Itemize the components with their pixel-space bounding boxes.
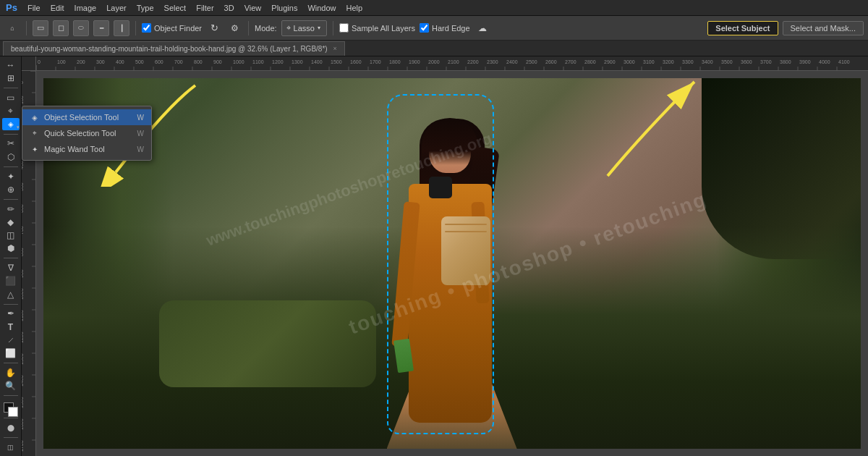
svg-text:1400: 1400	[22, 375, 24, 387]
menu-edit[interactable]: Edit	[46, 2, 69, 14]
mode-dropdown[interactable]: ⌖ Lasso ▾	[281, 20, 327, 36]
quick-mask-toggle[interactable]: ⬤	[2, 422, 20, 434]
svg-text:400: 400	[22, 161, 24, 169]
settings-btn[interactable]: ⚙	[226, 20, 242, 36]
object-finder-input[interactable]	[142, 23, 151, 33]
separator3	[248, 21, 249, 35]
rounded-marquee-btn[interactable]: ◻	[53, 20, 69, 36]
artboard-tool[interactable]: ⊞	[2, 72, 20, 84]
clone-tool[interactable]: ◆	[2, 216, 20, 228]
magic-wand-icon: ✦	[30, 144, 40, 154]
foreground-color[interactable]	[2, 401, 20, 413]
mode-value: Lasso	[294, 24, 315, 33]
menu-help[interactable]: Help	[342, 2, 367, 14]
object-selection-tool[interactable]: ◈ ▾	[2, 118, 20, 130]
canvas-area[interactable]: touching • photoshop • retouching www.to…	[36, 71, 868, 456]
path-tool[interactable]: ⟋	[2, 334, 20, 346]
menu-3d[interactable]: 3D	[220, 2, 239, 14]
svg-text:4100: 4100	[838, 59, 850, 64]
hard-edge-checkbox[interactable]: Hard Edge	[420, 23, 470, 33]
crop-tool[interactable]: ✂	[2, 138, 20, 149]
marquee-tool[interactable]: ▭	[2, 92, 20, 104]
svg-text:600: 600	[22, 204, 24, 213]
svg-text:800: 800	[22, 248, 24, 256]
rectangular-marquee-btn[interactable]: ▭	[33, 20, 48, 36]
workspace: ↔ ⊞ ▭ ⌖ ◈ ▾ ✂ ⬡ ✦ ⊕ ✏ ◆ ◫ ⬢ ∇ ⬛ △ ✒ T ⟋ …	[0, 56, 868, 456]
ruler-horizontal: 0 100 200 300 400 500 600 700 80	[36, 56, 868, 71]
refresh-btn[interactable]: ↻	[206, 20, 222, 36]
svg-text:1200: 1200	[22, 332, 24, 343]
blur-tool[interactable]: ⬛	[2, 275, 20, 287]
svg-text:3700: 3700	[760, 59, 772, 64]
frame-tool[interactable]: ⬡	[2, 151, 20, 163]
hand-tool[interactable]: ✋	[2, 367, 20, 379]
healing-tool[interactable]: ⊕	[2, 184, 20, 195]
cloud-btn[interactable]: ☁	[475, 20, 490, 36]
menu-type[interactable]: Type	[132, 2, 158, 14]
zoom-tool[interactable]: 🔍	[2, 380, 20, 392]
object-finder-checkbox[interactable]: Object Finder	[142, 23, 202, 33]
svg-text:1300: 1300	[292, 59, 303, 64]
screen-mode-btn[interactable]: ◫	[2, 442, 20, 453]
menu-window[interactable]: Window	[303, 2, 340, 14]
select-mask-button[interactable]: Select and Mask...	[783, 21, 864, 35]
elliptical-marquee-btn[interactable]: ⬭	[73, 20, 89, 36]
svg-text:2500: 2500	[526, 59, 537, 64]
svg-text:1600: 1600	[22, 418, 24, 430]
history-tool[interactable]: ◫	[2, 229, 20, 241]
dodge-tool[interactable]: △	[2, 288, 20, 300]
svg-text:1900: 1900	[409, 59, 420, 64]
eraser-tool[interactable]: ⬢	[2, 242, 20, 254]
flyout-magic-wand[interactable]: ✦ Magic Wand Tool W	[22, 141, 151, 157]
menu-file[interactable]: File	[23, 2, 45, 14]
pen-tool[interactable]: ✒	[2, 308, 20, 319]
quick-selection-icon: ⌖	[30, 128, 40, 138]
sample-all-layers-checkbox[interactable]: Sample All Layers	[339, 23, 415, 33]
gradient-tool[interactable]: ∇	[2, 262, 20, 274]
photo-background: touching • photoshop • retouching www.to…	[43, 78, 861, 449]
svg-text:1000: 1000	[22, 288, 24, 300]
shrubs-middle	[159, 300, 376, 387]
tab-close[interactable]: ×	[333, 45, 337, 52]
svg-text:1000: 1000	[233, 59, 244, 64]
lasso-tool[interactable]: ⌖	[2, 105, 20, 117]
separator2	[135, 21, 136, 35]
tool-separator	[4, 88, 18, 88]
tool-separator2	[4, 134, 18, 135]
home-button[interactable]: ⌂	[4, 20, 20, 36]
menu-filter[interactable]: Filter	[192, 2, 218, 14]
flyout-quick-selection[interactable]: ⌖ Quick Selection Tool W	[22, 125, 151, 141]
move-tool[interactable]: ↔	[2, 59, 20, 71]
single-row-btn[interactable]: ━	[93, 20, 109, 36]
menu-plugins[interactable]: Plugins	[267, 2, 302, 14]
type-tool[interactable]: T	[2, 321, 20, 332]
svg-text:300: 300	[96, 59, 105, 64]
select-subject-button[interactable]: Select Subject	[707, 21, 778, 35]
svg-text:1100: 1100	[22, 310, 24, 321]
eyedropper-tool[interactable]: ✦	[2, 170, 20, 182]
svg-text:2900: 2900	[604, 59, 616, 64]
svg-text:1100: 1100	[252, 59, 264, 64]
menu-select[interactable]: Select	[160, 2, 191, 14]
menu-image[interactable]: Image	[70, 2, 101, 14]
object-selection-icon: ◈	[30, 112, 40, 122]
woman-figure	[387, 108, 517, 412]
svg-text:800: 800	[194, 59, 203, 64]
svg-text:3400: 3400	[702, 59, 713, 64]
menu-view[interactable]: View	[240, 2, 266, 14]
sample-all-layers-input[interactable]	[339, 23, 349, 33]
tool-separator3	[4, 166, 18, 167]
flyout-object-selection[interactable]: ◈ Object Selection Tool W	[22, 109, 151, 125]
brush-tool[interactable]: ✏	[2, 203, 20, 215]
svg-text:100: 100	[57, 59, 66, 64]
menu-layer[interactable]: Layer	[102, 2, 131, 14]
svg-text:2000: 2000	[428, 59, 440, 64]
svg-text:2600: 2600	[545, 59, 557, 64]
svg-text:200: 200	[77, 59, 85, 64]
shape-tool[interactable]: ⬜	[2, 347, 20, 359]
options-bar: ⌂ ▭ ◻ ⬭ ━ ┃ Object Finder ↻ ⚙ Mode: ⌖ La…	[0, 16, 868, 41]
single-col-btn[interactable]: ┃	[114, 20, 129, 36]
svg-text:1600: 1600	[350, 59, 362, 64]
hard-edge-input[interactable]	[420, 23, 429, 33]
document-tab[interactable]: beautiful-young-woman-standing-mountain-…	[3, 41, 345, 56]
